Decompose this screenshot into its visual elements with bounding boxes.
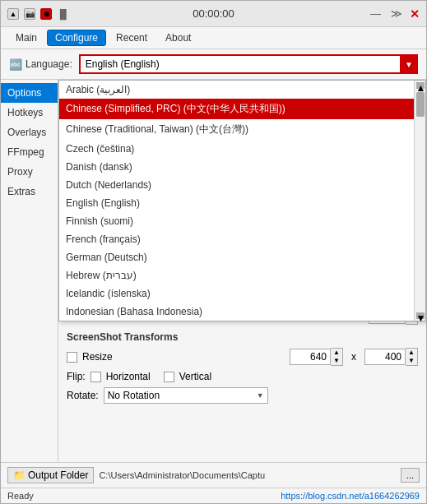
lang-option-dutch[interactable]: Dutch (Nederlands)	[59, 176, 425, 194]
sidebar-item-ffmpeg[interactable]: FFmpeg	[1, 142, 58, 162]
output-folder-button[interactable]: 📁 Output Folder	[7, 467, 94, 483]
horizontal-label: Horizontal	[106, 371, 151, 382]
lang-option-icelandic[interactable]: Icelandic (íslenska)	[59, 284, 425, 303]
status-text: Ready	[7, 491, 34, 501]
output-path: C:\Users\Administrator\Documents\Captu	[99, 470, 395, 480]
scroll-thumb	[416, 92, 425, 117]
main-window: ▲ 📷 ⏺ ▐▌ 00:00:00 — ≫ ✕ Main Configure R…	[0, 0, 427, 504]
resize-row: Resize ▲ ▼ x ▲ ▼	[67, 348, 418, 366]
lang-option-english[interactable]: English (English)	[59, 194, 425, 212]
main-panel: Arabic (العربية) Chinese (Simplified, PR…	[58, 80, 426, 462]
sidebar-item-extras[interactable]: Extras	[1, 182, 58, 201]
sidebar-item-proxy[interactable]: Proxy	[1, 162, 58, 182]
language-select[interactable]: English (English)	[79, 54, 418, 74]
dropdown-scrollbar[interactable]: ▲ ▼	[414, 81, 425, 321]
language-dropdown: Arabic (العربية) Chinese (Simplified, PR…	[58, 80, 426, 321]
language-dropdown-arrow[interactable]: ▼	[400, 54, 418, 74]
resize-height-spinner: ▲ ▼	[364, 348, 418, 366]
more-button[interactable]: ...	[401, 468, 420, 483]
menu-main[interactable]: Main	[7, 30, 45, 46]
extra-controls: ▐▌	[57, 9, 70, 19]
sidebar-item-options[interactable]: Options	[1, 83, 58, 103]
minimize-button[interactable]: —	[368, 7, 383, 20]
close-button[interactable]: ✕	[410, 7, 420, 21]
flip-label: Flip:	[67, 371, 86, 382]
lang-option-arabic[interactable]: Arabic (العربية)	[59, 81, 425, 99]
menubar: Main Configure Recent About	[1, 27, 426, 49]
resize-width-spinner: ▲ ▼	[290, 348, 343, 366]
rotate-select[interactable]: No Rotation ▼	[104, 387, 268, 404]
menu-recent[interactable]: Recent	[108, 30, 155, 46]
status-link[interactable]: https://blog.csdn.net/a1664262969	[281, 491, 420, 501]
lang-option-hebrew[interactable]: Hebrew (עברית)	[59, 266, 425, 284]
record-button[interactable]: ⏺	[40, 8, 52, 20]
flip-row: Flip: Horizontal Vertical	[67, 371, 418, 382]
bars-icon[interactable]: ▐▌	[57, 9, 70, 19]
rotate-value: No Rotation	[108, 390, 160, 401]
resize-x-label: x	[351, 351, 356, 363]
resize-checkbox[interactable]	[67, 352, 77, 363]
screenshot-transforms-title: ScreenShot Transforms	[67, 331, 418, 343]
expand-button[interactable]: ≫	[388, 7, 405, 20]
lang-option-chinese-traditional[interactable]: Chinese (Traditional, Taiwan) (中文(台灣))	[59, 119, 425, 140]
lang-option-czech[interactable]: Czech (čeština)	[59, 140, 425, 158]
time-display: 00:00:00	[193, 7, 234, 20]
resize-height-input[interactable]	[364, 349, 406, 365]
folder-icon: 📁	[13, 469, 26, 481]
vertical-label: Vertical	[179, 371, 211, 382]
vertical-checkbox[interactable]	[164, 372, 174, 382]
bottom-area: 📁 Output Folder C:\Users\Administrator\D…	[1, 462, 426, 503]
lang-option-indonesian[interactable]: Indonesian (Bahasa Indonesia)	[59, 303, 425, 321]
resize-height-increment[interactable]: ▲	[406, 349, 417, 357]
language-row: 🔤 Language: English (English) ▼	[1, 49, 426, 80]
output-folder-label: Output Folder	[28, 469, 88, 481]
language-select-wrapper: English (English) ▼	[79, 54, 418, 74]
titlebar-left: ▲ 📷 ⏺ ▐▌	[7, 8, 70, 20]
resize-width-decrement[interactable]: ▼	[331, 357, 342, 365]
output-row: 📁 Output Folder C:\Users\Administrator\D…	[1, 463, 426, 488]
scroll-up-arrow[interactable]: ▲	[416, 82, 425, 89]
menu-configure[interactable]: Configure	[47, 30, 106, 46]
resize-height-spin-buttons: ▲ ▼	[406, 348, 418, 366]
resize-height-decrement[interactable]: ▼	[406, 357, 417, 365]
resize-width-input[interactable]	[290, 349, 331, 365]
resize-label: Resize	[82, 351, 113, 363]
content-area: Options Hotkeys Overlays FFmpeg Proxy Ex…	[1, 80, 426, 462]
language-label: 🔤 Language:	[9, 58, 72, 71]
horizontal-checkbox[interactable]	[91, 372, 101, 382]
camera-button[interactable]: 📷	[24, 8, 35, 20]
translate-icon: 🔤	[9, 58, 22, 71]
resize-width-increment[interactable]: ▲	[331, 349, 342, 357]
status-bar: Ready https://blog.csdn.net/a1664262969	[1, 488, 426, 503]
lang-option-french[interactable]: French (français)	[59, 230, 425, 248]
up-button[interactable]: ▲	[7, 8, 19, 20]
sidebar: Options Hotkeys Overlays FFmpeg Proxy Ex…	[1, 80, 58, 462]
lang-option-danish[interactable]: Danish (dansk)	[59, 158, 425, 176]
sidebar-item-overlays[interactable]: Overlays	[1, 123, 58, 142]
rotate-row: Rotate: No Rotation ▼	[67, 387, 418, 404]
lang-option-german[interactable]: German (Deutsch)	[59, 248, 425, 266]
titlebar-right: — ≫ ✕	[368, 7, 420, 21]
rotate-dropdown-arrow: ▼	[257, 391, 264, 400]
rotate-label: Rotate:	[67, 390, 99, 401]
sidebar-item-hotkeys[interactable]: Hotkeys	[1, 103, 58, 123]
lang-option-finnish[interactable]: Finnish (suomi)	[59, 212, 425, 230]
titlebar: ▲ 📷 ⏺ ▐▌ 00:00:00 — ≫ ✕	[1, 1, 426, 27]
menu-about[interactable]: About	[157, 30, 199, 46]
resize-width-spin-buttons: ▲ ▼	[331, 348, 343, 366]
scroll-down-arrow[interactable]: ▼	[416, 312, 425, 319]
lang-option-chinese-simplified[interactable]: Chinese (Simplified, PRC) (中文(中华人民共和国))	[59, 99, 425, 119]
